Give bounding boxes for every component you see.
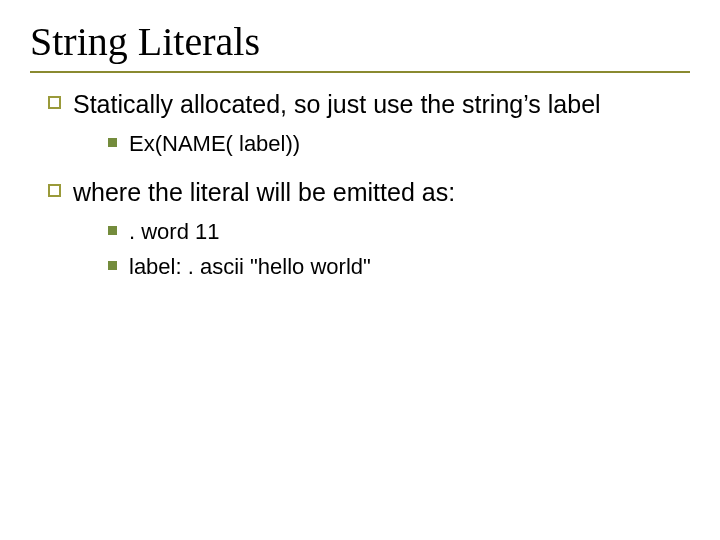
bullet-row: Statically allocated, so just use the st…	[48, 89, 690, 120]
hollow-square-icon	[48, 184, 61, 197]
sub-list-2: . word 11 label: . ascii "hello world"	[108, 218, 690, 281]
filled-square-icon	[108, 138, 117, 147]
sub-bullet-item: label: . ascii "hello world"	[108, 253, 690, 282]
bullet-row: where the literal will be emitted as:	[48, 177, 690, 208]
title-underline	[30, 71, 690, 73]
filled-square-icon	[108, 261, 117, 270]
slide-title: String Literals	[30, 18, 690, 65]
sub-bullet-text: label: . ascii "hello world"	[129, 253, 371, 282]
hollow-square-icon	[48, 96, 61, 109]
sub-list-1: Ex(NAME( label))	[108, 130, 690, 159]
sub-bullet-item: Ex(NAME( label))	[108, 130, 690, 159]
bullet-item-2: where the literal will be emitted as: . …	[48, 177, 690, 281]
sub-bullet-item: . word 11	[108, 218, 690, 247]
bullet-text: where the literal will be emitted as:	[73, 177, 455, 208]
bullet-text: Statically allocated, so just use the st…	[73, 89, 601, 120]
slide: String Literals Statically allocated, so…	[0, 0, 720, 540]
bullet-item-1: Statically allocated, so just use the st…	[48, 89, 690, 159]
sub-bullet-text: Ex(NAME( label))	[129, 130, 300, 159]
filled-square-icon	[108, 226, 117, 235]
sub-bullet-text: . word 11	[129, 218, 220, 247]
